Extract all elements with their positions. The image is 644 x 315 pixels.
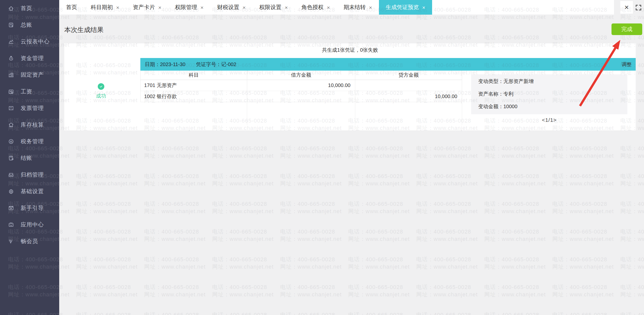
sidebar-item-closing[interactable]: ¥结账 <box>0 150 59 166</box>
sidebar-item-member[interactable]: 畅会员 <box>0 233 59 250</box>
watermark-text: 电话：400-665-0028网址：www.chanjet.net <box>348 312 410 315</box>
watermark-text: 电话：400-665-0028网址：www.chanjet.net <box>76 174 138 186</box>
sidebar-item-fixed-assets[interactable]: 固定资产 <box>0 67 59 83</box>
table-row: 1002 银行存款10,000.00 <box>141 91 462 102</box>
sidebar-item-app-center[interactable]: 应用中心 <box>0 216 59 233</box>
pagination-prev-button[interactable]: < <box>542 117 545 123</box>
watermark-text: 电话：400-665-0028网址：www.chanjet.net <box>552 229 614 242</box>
sidebar-item-tax[interactable]: 税税务管理 <box>0 133 59 150</box>
status-label: 成功 <box>88 93 114 99</box>
sidebar-item-ledger[interactable]: ¥总账 <box>0 17 59 33</box>
inventory-icon <box>8 122 14 128</box>
watermark-text: 电话：400-665-0028网址：www.chanjet.net <box>484 284 546 297</box>
tab-close-icon[interactable]: × <box>201 5 204 10</box>
info-line: 变动金额：10000 <box>478 104 627 109</box>
tab[interactable]: 权限设置× <box>252 0 295 15</box>
watermark-text: 电话：400-665-0028网址：www.chanjet.net <box>8 257 59 270</box>
tab-close-icon[interactable]: × <box>327 5 330 10</box>
generation-summary: 共生成1张凭证，0张失败 <box>64 47 636 53</box>
table-header-cell: 借方金额 <box>247 71 355 80</box>
watermark-text: 电话：400-665-0028网址：www.chanjet.net <box>348 284 410 297</box>
tab[interactable]: 资产卡片× <box>126 0 168 15</box>
fullscreen-icon[interactable] <box>635 4 642 11</box>
watermark-text: 电话：400-665-0028网址：www.chanjet.net <box>620 146 644 159</box>
tab[interactable]: 首页 <box>59 0 84 15</box>
adjust-link[interactable]: 调整 <box>622 58 632 71</box>
sidebar-item-guide[interactable]: 新手引导 <box>0 200 59 216</box>
watermark-text: 电话：400-665-0028网址：www.chanjet.net <box>76 312 138 315</box>
result-card: 共生成1张凭证，0张失败 成功 日期：2023-11-30 凭证字号：记-002… <box>64 43 636 130</box>
tab-close-icon[interactable]: × <box>158 5 161 10</box>
watermark-text: 电话：400-665-0028网址：www.chanjet.net <box>212 257 274 270</box>
watermark-text: 电话：400-665-0028网址：www.chanjet.net <box>416 312 478 315</box>
sidebar-item-label: 总账 <box>21 21 32 29</box>
voucher-number-label: 凭证字号： <box>196 62 221 67</box>
app-center-icon <box>8 222 14 228</box>
sidebar-item-inventory[interactable]: 库存核算 <box>0 117 59 133</box>
fixed-assets-icon <box>8 72 14 78</box>
tab[interactable]: 角色授权× <box>295 0 337 15</box>
closing-icon: ¥ <box>8 155 14 161</box>
sidebar-item-salary[interactable]: 工资 <box>0 83 59 100</box>
table-row: 1701 无形资产10,000.00 <box>141 80 462 91</box>
table-header-cell: 科目 <box>141 71 247 80</box>
sidebar-item-label: 税务管理 <box>21 138 44 145</box>
funds-icon: ¥ <box>8 55 14 61</box>
sidebar-item-archive[interactable]: 归档管理 <box>0 166 59 183</box>
table-cell <box>247 91 355 102</box>
voucher-date-label: 日期： <box>145 62 160 67</box>
sidebar-item-invoice[interactable]: ¥发票管理 <box>0 100 59 117</box>
sidebar-item-label: 首页 <box>21 5 32 12</box>
tab-close-icon[interactable]: × <box>285 5 288 10</box>
tab-active[interactable]: 生成凭证预览× <box>379 0 432 15</box>
success-status: 成功 <box>88 83 114 99</box>
pagination-next-button[interactable]: > <box>553 117 557 123</box>
watermark-text: 电话：400-665-0028网址：www.chanjet.net <box>144 284 206 297</box>
success-check-icon <box>98 83 104 90</box>
watermark-text: 电话：400-665-0028网址：www.chanjet.net <box>76 146 138 159</box>
watermark-text: 电话：400-665-0028网址：www.chanjet.net <box>212 284 274 297</box>
watermark-text: 电话：400-665-0028网址：www.chanjet.net <box>620 257 644 270</box>
salary-icon <box>8 89 14 95</box>
tab-label: 角色授权 <box>301 4 324 11</box>
archive-icon <box>8 172 14 178</box>
tab-label: 财税设置 <box>217 4 239 11</box>
watermark-text: 电话：400-665-0028网址：www.chanjet.net <box>484 229 546 242</box>
watermark-text: 电话：400-665-0028网址：www.chanjet.net <box>280 174 342 186</box>
watermark-text: 电话：400-665-0028网址：www.chanjet.net <box>280 201 342 214</box>
tab[interactable]: 科目期初× <box>84 0 126 15</box>
sidebar-nav: 首页¥总账云报表中心¥资金管理固定资产工资¥发票管理库存核算税税务管理¥结账归档… <box>0 0 59 250</box>
svg-text:¥: ¥ <box>10 156 12 159</box>
watermark-text: 电话：400-665-0028网址：www.chanjet.net <box>76 229 138 242</box>
watermark-text: 电话：400-665-0028网址：www.chanjet.net <box>8 312 59 315</box>
sidebar-item-funds[interactable]: ¥资金管理 <box>0 50 59 67</box>
watermark-text: 电话：400-665-0028网址：www.chanjet.net <box>348 174 410 186</box>
sidebar-item-cloud-report[interactable]: 云报表中心 <box>0 33 59 50</box>
table-cell: 1002 银行存款 <box>141 91 247 102</box>
tab[interactable]: 财税设置× <box>210 0 252 15</box>
watermark-text: 电话：400-665-0028网址：www.chanjet.net <box>280 229 342 242</box>
window-close-button[interactable]: × <box>620 1 633 14</box>
tab[interactable]: 权限管理× <box>168 0 210 15</box>
info-label: 资产名称： <box>478 91 503 97</box>
watermark-text: 电话：400-665-0028网址：www.chanjet.net <box>144 146 206 159</box>
watermark-text: 电话：400-665-0028网址：www.chanjet.net <box>280 284 342 297</box>
tab-close-icon[interactable]: × <box>422 5 425 10</box>
tab-close-icon[interactable]: × <box>369 5 372 10</box>
sidebar-item-settings[interactable]: 基础设置 <box>0 183 59 200</box>
watermark-text: 电话：400-665-0028网址：www.chanjet.net <box>620 229 644 242</box>
tab-close-icon[interactable]: × <box>243 5 246 10</box>
tab-label: 首页 <box>66 4 77 11</box>
tax-icon: 税 <box>8 138 14 145</box>
finish-button[interactable]: 完成 <box>611 23 642 35</box>
tab-close-icon[interactable]: × <box>116 5 119 10</box>
member-icon <box>8 238 14 244</box>
sidebar-item-home[interactable]: 首页 <box>0 0 59 17</box>
voucher-date: 日期：2023-11-30 <box>145 61 185 68</box>
sidebar-item-label: 结账 <box>21 154 32 162</box>
watermark-text: 电话：400-665-0028网址：www.chanjet.net <box>59 312 70 315</box>
sidebar-item-label: 基础设置 <box>21 188 44 195</box>
tab-label: 资产卡片 <box>133 4 155 11</box>
tab[interactable]: 期末结转× <box>337 0 379 15</box>
info-value: 专利 <box>503 91 513 97</box>
